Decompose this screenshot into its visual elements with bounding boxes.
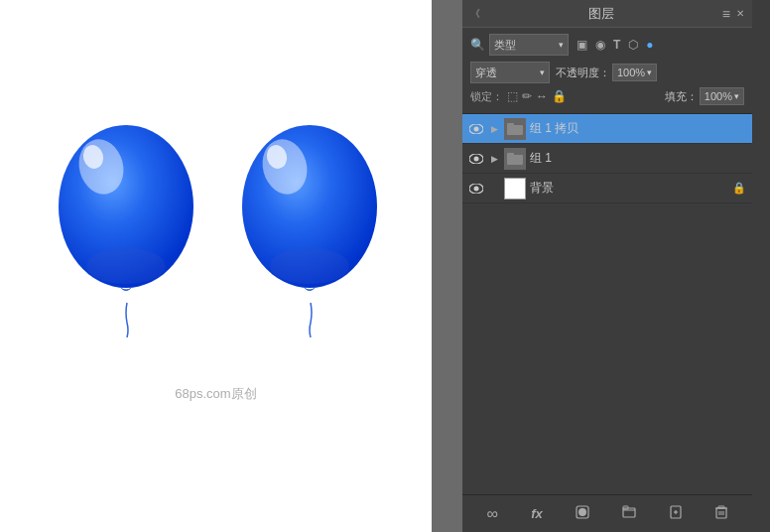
balloon-2: [233, 119, 387, 337]
layer-thumbnail: [504, 148, 526, 170]
eye-icon: [469, 184, 483, 194]
lock-all-icon[interactable]: 🔒: [552, 89, 567, 103]
text-filter-icon[interactable]: T: [613, 38, 620, 52]
svg-point-19: [578, 508, 586, 516]
panel-topbar: 《 图层 ≡ ✕: [462, 0, 752, 28]
filter-icons: ▣ ◉ T ⬡ ●: [577, 38, 654, 52]
balloon-1: [50, 119, 203, 337]
new-group-icon[interactable]: [618, 503, 640, 524]
layer-thumbnail: [504, 178, 526, 200]
layer-item[interactable]: ▶ 组 1: [462, 144, 752, 174]
svg-point-13: [474, 156, 479, 161]
balloon-svg-2: [233, 119, 387, 303]
new-layer-icon[interactable]: [665, 503, 687, 524]
panel-title: 图层: [588, 5, 614, 23]
svg-point-9: [474, 126, 479, 131]
watermark: 68ps.com原创: [175, 385, 256, 403]
fx-icon[interactable]: fx: [527, 504, 547, 523]
smart-filter-icon[interactable]: ●: [646, 38, 653, 52]
layer-lock-icon: 🔒: [732, 182, 746, 195]
folder-icon: [507, 123, 523, 135]
balloon-svg-1: [50, 119, 203, 303]
opacity-label: 不透明度：: [556, 66, 610, 80]
layer-expand-arrow[interactable]: ▶: [488, 153, 500, 165]
balloon-string-2: [301, 303, 321, 337]
panel-collapse-icon[interactable]: 《: [470, 7, 480, 21]
lock-label: 锁定：: [470, 89, 503, 104]
panel-footer: ∞ fx: [462, 494, 752, 532]
opacity-dropdown[interactable]: 100% ▾: [612, 64, 657, 81]
folder-icon: [507, 153, 523, 165]
layer-visibility-toggle[interactable]: [468, 181, 484, 197]
svg-point-7: [270, 248, 349, 284]
svg-point-17: [474, 186, 479, 191]
layer-visibility-toggle[interactable]: [468, 121, 484, 137]
canvas-content: 68ps.com原创: [0, 0, 432, 532]
canvas-area: 68ps.com原创: [0, 0, 432, 532]
panel-close-icon[interactable]: ✕: [736, 8, 744, 19]
adjust-filter-icon[interactable]: ◉: [595, 38, 605, 52]
panel-inner: 《 图层 ≡ ✕ 🔍 类型 ▾ ▣ ◉ T ⬡ ●: [462, 0, 752, 532]
svg-rect-15: [507, 153, 514, 157]
layers-panel: 《 图层 ≡ ✕ 🔍 类型 ▾ ▣ ◉ T ⬡ ●: [462, 0, 770, 532]
search-type-dropdown[interactable]: 类型 ▾: [489, 34, 569, 56]
eye-icon: [469, 124, 483, 134]
balloon-string-1: [117, 303, 137, 337]
layer-item[interactable]: ▶ 组 1 拷贝: [462, 114, 752, 144]
balloons-container: [20, 50, 417, 407]
lock-pixel-icon[interactable]: ⬚: [507, 89, 518, 103]
layer-thumbnail: [504, 118, 526, 140]
link-layers-icon[interactable]: ∞: [483, 503, 502, 525]
svg-rect-11: [507, 123, 514, 127]
layer-name: 背景: [530, 180, 728, 197]
eye-icon: [469, 154, 483, 164]
panel-menu-icon[interactable]: ≡: [722, 6, 730, 22]
fill-label: 填充：: [665, 89, 698, 104]
layer-name: 组 1: [530, 150, 746, 167]
svg-rect-27: [718, 506, 724, 508]
layers-list: ▶ 组 1 拷贝 ▶: [462, 114, 752, 494]
fill-dropdown[interactable]: 100% ▾: [700, 87, 744, 105]
lock-brush-icon[interactable]: ✏: [522, 89, 532, 103]
delete-layer-icon[interactable]: [711, 503, 731, 524]
blend-mode-dropdown[interactable]: 穿透 ▾: [470, 62, 550, 83]
new-fill-adjustment-icon[interactable]: [572, 503, 593, 524]
layer-item[interactable]: ▶ 背景 🔒: [462, 174, 752, 203]
lock-position-icon[interactable]: ↔: [536, 89, 548, 103]
layer-expand-arrow[interactable]: ▶: [488, 123, 500, 135]
search-row: 🔍 类型 ▾ ▣ ◉ T ⬡ ●: [470, 34, 744, 56]
layer-visibility-toggle[interactable]: [468, 151, 484, 167]
shape-filter-icon[interactable]: ⬡: [628, 38, 638, 52]
layer-name: 组 1 拷贝: [530, 120, 746, 137]
image-filter-icon[interactable]: ▣: [577, 38, 587, 52]
svg-point-3: [86, 248, 166, 284]
search-icon: 🔍: [470, 38, 485, 52]
